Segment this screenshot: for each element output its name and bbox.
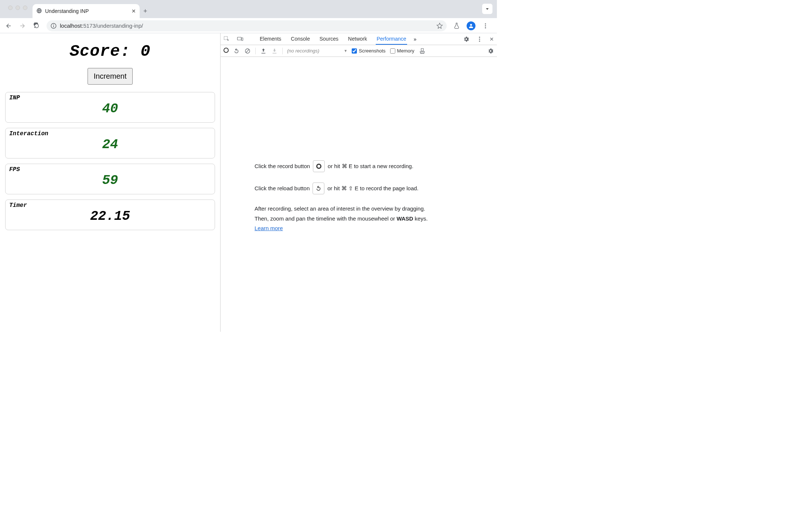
hint-text: or hit ⌘ E to start a new recording. [328,162,413,171]
devtools-close-icon[interactable]: ✕ [490,36,494,42]
forward-button[interactable] [16,20,29,32]
learn-more-link[interactable]: Learn more [255,225,283,231]
svg-point-11 [479,40,480,41]
metric-card: Interaction24 [5,128,215,158]
upload-button[interactable] [260,48,267,54]
devtools-panel: ElementsConsoleSourcesNetworkPerformance… [221,33,497,332]
gear-icon [487,48,494,54]
hint-text: After recording, select an area of inter… [255,205,480,213]
tab-strip: Understanding INP ✕ + [0,0,497,18]
inline-reload-icon [313,183,324,194]
globe-icon [36,8,42,15]
new-tab-button[interactable]: + [140,4,151,18]
screenshots-checkbox[interactable]: Screenshots [352,48,385,54]
memory-label: Memory [397,48,415,54]
hint-text: or hit ⌘ ⇧ E to record the page load. [327,184,418,193]
gear-icon [463,36,470,42]
increment-button[interactable]: Increment [88,68,133,85]
reload-icon [233,48,240,54]
inline-record-icon [313,160,325,172]
recording-select-label: (no recordings) [287,48,319,54]
metric-card: INP40 [5,92,215,123]
svg-rect-2 [53,24,54,25]
upload-icon [260,48,267,54]
metric-label: FPS [9,166,211,173]
record-icon [224,48,229,53]
metric-card: FPS59 [5,164,215,194]
bookmark-button[interactable] [436,23,443,29]
metric-label: INP [9,95,211,101]
tab-title: Understanding INP [45,8,89,14]
svg-rect-6 [224,36,228,40]
browser-toolbar: localhost:5173/understanding-inp/ [0,18,497,33]
svg-rect-7 [238,37,242,40]
flask-icon [453,23,460,29]
site-info-icon[interactable] [50,23,57,29]
screenshots-label: Screenshots [359,48,385,54]
inspect-element-icon[interactable] [224,36,230,42]
perf-toolbar: (no recordings) ▼ Screenshots Memory [221,45,497,57]
devtools-tab-performance[interactable]: Performance [376,34,407,45]
clear-icon [244,48,251,54]
traffic-lights [4,0,33,18]
devtools-tab-network[interactable]: Network [347,34,368,44]
metric-label: Timer [9,202,211,209]
hint-text: Then, zoom and pan the timeline with the… [255,215,480,223]
reload-record-button[interactable] [233,48,240,54]
url-text: localhost:5173/understanding-inp/ [60,23,143,29]
traffic-close-icon[interactable] [8,6,13,10]
address-bar[interactable]: localhost:5173/understanding-inp/ [47,20,447,31]
back-button[interactable] [2,20,15,32]
metric-value: 59 [9,173,211,188]
labs-button[interactable] [450,20,463,32]
page-pane: Score: 0 Increment INP40Interaction24FPS… [0,33,221,332]
star-icon [436,23,443,29]
memory-checkbox[interactable]: Memory [390,48,415,54]
devtools-settings-icon[interactable] [463,36,470,42]
profile-button[interactable] [467,21,475,30]
more-tabs-icon[interactable]: » [414,36,417,42]
reload-icon [33,23,40,29]
person-icon [468,23,474,29]
download-icon [271,48,278,54]
devtools-tab-console[interactable]: Console [290,34,310,44]
clear-button[interactable] [244,48,251,54]
svg-point-9 [479,37,480,38]
arrow-left-icon [5,23,12,29]
metric-card: Timer22.15 [5,200,215,230]
recording-select[interactable]: (no recordings) ▼ [287,48,347,54]
record-button[interactable] [224,48,229,54]
content-split: Score: 0 Increment INP40Interaction24FPS… [0,33,497,332]
perf-settings-icon[interactable] [487,48,494,54]
hint-text: Click the reload button [255,184,310,193]
download-button[interactable] [271,48,278,54]
browser-menu-button[interactable] [479,20,492,32]
score-line: Score: 0 [5,42,215,61]
svg-rect-8 [242,38,243,41]
chevron-down-icon [484,6,491,12]
devtools-tabstrip: ElementsConsoleSourcesNetworkPerformance… [221,33,497,45]
traffic-max-icon[interactable] [23,6,27,10]
arrow-right-icon [19,23,26,29]
collect-garbage-button[interactable] [419,48,426,54]
devtools-tab-elements[interactable]: Elements [259,34,282,44]
svg-line-13 [246,49,249,52]
traffic-min-icon[interactable] [16,6,20,10]
svg-point-3 [485,23,486,24]
svg-rect-1 [53,25,54,27]
hint-text: Click the record button [255,162,310,171]
reload-button[interactable] [30,20,43,32]
tab-overflow-button[interactable] [482,4,492,14]
metric-value: 40 [9,101,211,116]
browser-tab[interactable]: Understanding INP ✕ [33,4,140,18]
devtools-menu-icon[interactable] [476,36,483,42]
kebab-icon [482,23,489,29]
svg-point-5 [485,27,486,28]
metric-value: 22.15 [9,209,211,224]
metric-value: 24 [9,137,211,152]
close-tab-icon[interactable]: ✕ [132,8,136,14]
devtools-tab-sources[interactable]: Sources [319,34,339,44]
kebab-icon [476,36,483,42]
perf-body: Click the record button or hit ⌘ E to st… [221,57,497,332]
device-toolbar-icon[interactable] [237,36,243,42]
